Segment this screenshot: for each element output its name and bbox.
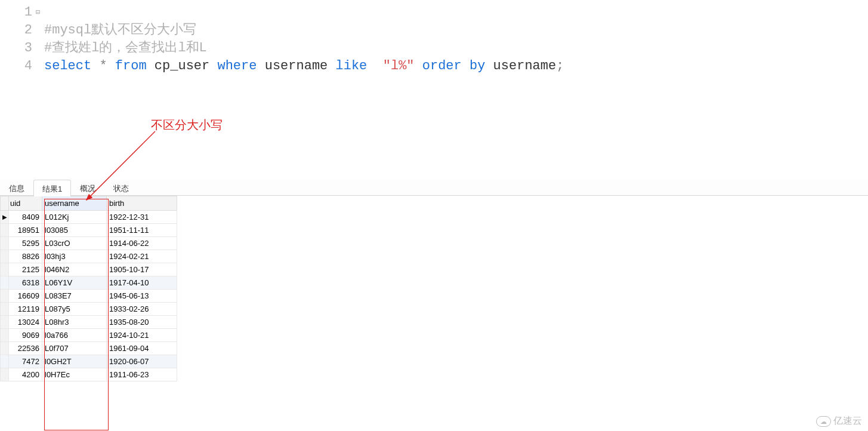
row-selector[interactable] [1, 290, 9, 303]
cell-uid[interactable]: 22536 [9, 342, 42, 355]
cell-uid[interactable]: 13024 [9, 316, 42, 329]
table-row[interactable]: 12119L087y51933-02-26 [1, 303, 177, 316]
cell-birth[interactable]: 1920-06-07 [107, 355, 177, 368]
table-row[interactable]: 13024L08hr31935-08-20 [1, 316, 177, 329]
cell-username[interactable]: L06Y1V [42, 276, 107, 290]
line-number: 2 [0, 21, 36, 39]
sql-column: username [493, 59, 557, 73]
cell-uid[interactable]: 12119 [9, 303, 42, 316]
cell-uid[interactable]: 2125 [9, 263, 42, 276]
column-header-uid[interactable]: uid [9, 196, 42, 211]
comment-line: #查找姓l的，会查找出l和L [44, 41, 207, 56]
cell-birth[interactable]: 1911-06-23 [107, 368, 177, 381]
cell-birth[interactable]: 1933-02-26 [107, 303, 177, 316]
cell-uid[interactable]: 8409 [9, 211, 42, 224]
sql-star: * [99, 59, 107, 73]
cell-birth[interactable]: 1924-10-21 [107, 329, 177, 342]
table-row[interactable]: 22536L0f7071961-09-04 [1, 342, 177, 355]
cell-birth[interactable]: 1914-06-22 [107, 237, 177, 250]
cell-uid[interactable]: 5295 [9, 237, 42, 250]
cell-uid[interactable]: 7472 [9, 355, 42, 368]
cell-username[interactable]: L0f707 [42, 342, 107, 355]
cell-uid[interactable]: 18951 [9, 224, 42, 237]
row-selector[interactable] [1, 224, 9, 237]
row-selector[interactable] [1, 355, 9, 368]
row-selector[interactable] [1, 276, 9, 290]
column-header-username[interactable]: username [42, 196, 107, 211]
cell-username[interactable]: l03085 [42, 224, 107, 237]
fold-column: ⊟ [36, 0, 43, 179]
line-number: 1 [0, 4, 36, 21]
cell-username[interactable]: l03hj3 [42, 250, 107, 263]
line-number: 3 [0, 39, 36, 57]
tab-状态[interactable]: 状态 [104, 179, 138, 196]
cell-username[interactable]: l0GH2T [42, 355, 107, 368]
fold-icon[interactable]: ⊟ [36, 4, 43, 21]
cell-birth[interactable]: 1935-08-20 [107, 316, 177, 329]
column-header-birth[interactable]: birth [107, 196, 177, 211]
tab-结果1[interactable]: 结果1 [33, 180, 71, 196]
cell-username[interactable]: L087y5 [42, 303, 107, 316]
comment-line: #mysql默认不区分大小写 [44, 23, 196, 38]
cell-username[interactable]: l0H7Ec [42, 368, 107, 381]
sql-editor[interactable]: 1 2 3 4 ⊟ #mysql默认不区分大小写 #查找姓l的，会查找出l和L … [0, 0, 868, 179]
cell-username[interactable]: L03crO [42, 237, 107, 250]
table-row[interactable]: 18951l030851951-11-11 [1, 224, 177, 237]
table-row[interactable]: 8826l03hj31924-02-21 [1, 250, 177, 263]
row-selector[interactable] [1, 342, 9, 355]
cell-username[interactable]: L012Kj [42, 211, 107, 224]
line-gutter: 1 2 3 4 [0, 0, 36, 179]
table-row[interactable]: 7472l0GH2T1920-06-07 [1, 355, 177, 368]
sql-keyword: order by [422, 59, 486, 73]
cell-uid[interactable]: 4200 [9, 368, 42, 381]
cell-birth[interactable]: 1961-09-04 [107, 342, 177, 355]
cloud-icon: ☁ [816, 416, 831, 427]
cell-birth[interactable]: 1945-06-13 [107, 290, 177, 303]
cell-username[interactable]: l046N2 [42, 263, 107, 276]
table-row[interactable]: 16609L083E71945-06-13 [1, 290, 177, 303]
sql-keyword: like [336, 59, 367, 73]
cell-uid[interactable]: 6318 [9, 276, 42, 290]
table-row[interactable]: 9069l0a7661924-10-21 [1, 329, 177, 342]
cell-uid[interactable]: 9069 [9, 329, 42, 342]
watermark-text: 亿速云 [833, 415, 862, 427]
result-tabs: 信息结果1概况状态 [0, 179, 868, 196]
cell-username[interactable]: l0a766 [42, 329, 107, 342]
table-row[interactable]: 6318L06Y1V1917-04-10 [1, 276, 177, 290]
table-row[interactable]: 4200l0H7Ec1911-06-23 [1, 368, 177, 381]
cell-username[interactable]: L08hr3 [42, 316, 107, 329]
line-number: 4 [0, 57, 36, 75]
row-selector[interactable] [1, 316, 9, 329]
annotation-label: 不区分大小写 [151, 117, 223, 133]
cell-birth[interactable]: 1924-02-21 [107, 250, 177, 263]
tab-信息[interactable]: 信息 [0, 179, 33, 196]
sql-table: cp_user [155, 59, 209, 73]
row-selector[interactable] [1, 329, 9, 342]
tab-概况[interactable]: 概况 [71, 179, 104, 196]
cell-birth[interactable]: 1922-12-31 [107, 211, 177, 224]
row-selector[interactable] [1, 237, 9, 250]
cell-uid[interactable]: 16609 [9, 290, 42, 303]
cell-birth[interactable]: 1917-04-10 [107, 276, 177, 290]
row-selector[interactable] [1, 263, 9, 276]
row-selector[interactable] [1, 303, 9, 316]
results-table[interactable]: uid username birth ▶8409L012Kj1922-12-31… [0, 196, 177, 381]
row-selector[interactable] [1, 368, 9, 381]
row-selector[interactable]: ▶ [1, 211, 9, 224]
cell-birth[interactable]: 1951-11-11 [107, 224, 177, 237]
sql-column: username [265, 59, 328, 73]
code-area[interactable]: #mysql默认不区分大小写 #查找姓l的，会查找出l和L select * f… [43, 0, 564, 179]
table-row[interactable]: ▶8409L012Kj1922-12-31 [1, 211, 177, 224]
row-selector-header [1, 196, 9, 211]
sql-string: "l%" [383, 59, 415, 73]
table-row[interactable]: 2125l046N21905-10-17 [1, 263, 177, 276]
sql-keyword: from [115, 59, 147, 73]
watermark: ☁ 亿速云 [816, 415, 862, 427]
table-row[interactable]: 5295L03crO1914-06-22 [1, 237, 177, 250]
cell-username[interactable]: L083E7 [42, 290, 107, 303]
cell-uid[interactable]: 8826 [9, 250, 42, 263]
row-selector[interactable] [1, 250, 9, 263]
cell-birth[interactable]: 1905-10-17 [107, 263, 177, 276]
sql-keyword: select [44, 59, 91, 73]
sql-semicolon: ; [556, 59, 564, 73]
